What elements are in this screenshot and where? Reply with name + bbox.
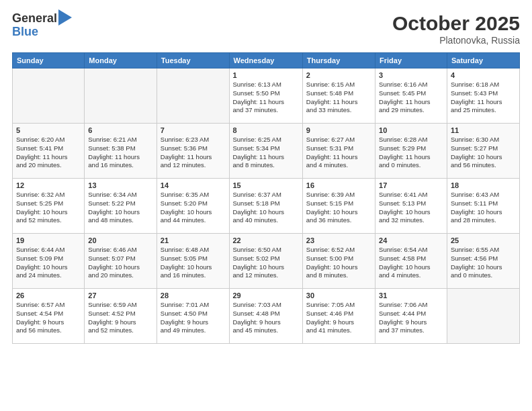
day-info: Sunrise: 6:54 AM Sunset: 4:58 PM Dayligh… (379, 246, 443, 280)
day-number: 13 (88, 181, 152, 189)
table-row (447, 289, 519, 344)
day-number: 7 (161, 126, 226, 134)
table-row: 25Sunrise: 6:55 AM Sunset: 4:56 PM Dayli… (447, 234, 519, 289)
day-info: Sunrise: 6:16 AM Sunset: 5:45 PM Dayligh… (379, 81, 443, 115)
day-info: Sunrise: 6:46 AM Sunset: 5:07 PM Dayligh… (88, 246, 152, 280)
table-row: 6Sunrise: 6:21 AM Sunset: 5:38 PM Daylig… (85, 124, 157, 179)
table-row: 24Sunrise: 6:54 AM Sunset: 4:58 PM Dayli… (375, 234, 447, 289)
page-container: General Blue October 2025 Platonovka, Ru… (0, 0, 532, 411)
table-row: 12Sunrise: 6:32 AM Sunset: 5:25 PM Dayli… (13, 179, 85, 234)
day-number: 9 (306, 126, 371, 134)
day-info: Sunrise: 6:32 AM Sunset: 5:25 PM Dayligh… (16, 191, 81, 225)
day-info: Sunrise: 6:21 AM Sunset: 5:38 PM Dayligh… (88, 136, 152, 170)
header: General Blue October 2025 Platonovka, Ru… (12, 12, 520, 46)
day-number: 22 (233, 236, 299, 244)
day-info: Sunrise: 6:20 AM Sunset: 5:41 PM Dayligh… (16, 136, 81, 170)
day-number: 2 (306, 71, 371, 79)
day-number: 14 (161, 181, 226, 189)
col-wednesday: Wednesday (229, 53, 302, 68)
day-number: 3 (379, 71, 443, 79)
day-number: 5 (16, 126, 81, 134)
day-info: Sunrise: 6:59 AM Sunset: 4:52 PM Dayligh… (88, 301, 152, 335)
day-info: Sunrise: 6:41 AM Sunset: 5:13 PM Dayligh… (379, 191, 443, 225)
table-row: 29Sunrise: 7:03 AM Sunset: 4:48 PM Dayli… (229, 289, 302, 344)
day-info: Sunrise: 6:23 AM Sunset: 5:36 PM Dayligh… (161, 136, 226, 170)
col-tuesday: Tuesday (157, 53, 229, 68)
month-title: October 2025 (392, 12, 520, 35)
title-section: October 2025 Platonovka, Russia (392, 12, 520, 46)
day-info: Sunrise: 6:13 AM Sunset: 5:50 PM Dayligh… (233, 81, 299, 115)
day-number: 8 (233, 126, 299, 134)
table-row: 26Sunrise: 6:57 AM Sunset: 4:54 PM Dayli… (13, 289, 85, 344)
day-info: Sunrise: 6:37 AM Sunset: 5:18 PM Dayligh… (233, 191, 299, 225)
calendar-header-row: Sunday Monday Tuesday Wednesday Thursday… (13, 53, 520, 68)
col-saturday: Saturday (447, 53, 519, 68)
day-info: Sunrise: 6:50 AM Sunset: 5:02 PM Dayligh… (233, 246, 299, 280)
col-monday: Monday (85, 53, 157, 68)
table-row: 4Sunrise: 6:18 AM Sunset: 5:43 PM Daylig… (447, 68, 519, 124)
table-row: 16Sunrise: 6:39 AM Sunset: 5:15 PM Dayli… (302, 179, 375, 234)
day-number: 15 (233, 181, 299, 189)
day-number: 31 (379, 291, 443, 300)
day-number: 23 (306, 236, 371, 244)
location: Platonovka, Russia (392, 35, 520, 46)
table-row: 23Sunrise: 6:52 AM Sunset: 5:00 PM Dayli… (302, 234, 375, 289)
col-friday: Friday (375, 53, 447, 68)
logo: General Blue (12, 12, 72, 39)
table-row: 9Sunrise: 6:27 AM Sunset: 5:31 PM Daylig… (302, 124, 375, 179)
day-info: Sunrise: 7:01 AM Sunset: 4:50 PM Dayligh… (161, 301, 226, 335)
day-number: 30 (306, 291, 371, 300)
day-number: 1 (233, 71, 299, 79)
day-info: Sunrise: 6:18 AM Sunset: 5:43 PM Dayligh… (451, 81, 516, 115)
table-row: 14Sunrise: 6:35 AM Sunset: 5:20 PM Dayli… (157, 179, 229, 234)
day-info: Sunrise: 6:57 AM Sunset: 4:54 PM Dayligh… (16, 301, 81, 335)
calendar-week-row: 26Sunrise: 6:57 AM Sunset: 4:54 PM Dayli… (13, 289, 520, 344)
table-row: 30Sunrise: 7:05 AM Sunset: 4:46 PM Dayli… (302, 289, 375, 344)
day-number: 24 (379, 236, 443, 244)
day-info: Sunrise: 6:44 AM Sunset: 5:09 PM Dayligh… (16, 246, 81, 280)
table-row: 20Sunrise: 6:46 AM Sunset: 5:07 PM Dayli… (85, 234, 157, 289)
table-row: 7Sunrise: 6:23 AM Sunset: 5:36 PM Daylig… (157, 124, 229, 179)
day-number: 25 (451, 236, 516, 244)
table-row: 22Sunrise: 6:50 AM Sunset: 5:02 PM Dayli… (229, 234, 302, 289)
day-info: Sunrise: 6:25 AM Sunset: 5:34 PM Dayligh… (233, 136, 299, 170)
day-number: 20 (88, 236, 152, 244)
day-info: Sunrise: 6:30 AM Sunset: 5:27 PM Dayligh… (451, 136, 516, 170)
day-info: Sunrise: 6:28 AM Sunset: 5:29 PM Dayligh… (379, 136, 443, 170)
table-row: 11Sunrise: 6:30 AM Sunset: 5:27 PM Dayli… (447, 124, 519, 179)
day-number: 18 (451, 181, 516, 189)
table-row: 27Sunrise: 6:59 AM Sunset: 4:52 PM Dayli… (85, 289, 157, 344)
day-number: 21 (161, 236, 226, 244)
calendar-week-row: 1Sunrise: 6:13 AM Sunset: 5:50 PM Daylig… (13, 68, 520, 124)
day-number: 19 (16, 236, 81, 244)
day-info: Sunrise: 6:43 AM Sunset: 5:11 PM Dayligh… (451, 191, 516, 225)
table-row: 3Sunrise: 6:16 AM Sunset: 5:45 PM Daylig… (375, 68, 447, 124)
table-row: 5Sunrise: 6:20 AM Sunset: 5:41 PM Daylig… (13, 124, 85, 179)
day-info: Sunrise: 6:34 AM Sunset: 5:22 PM Dayligh… (88, 191, 152, 225)
day-number: 4 (451, 71, 516, 79)
col-thursday: Thursday (302, 53, 375, 68)
table-row: 28Sunrise: 7:01 AM Sunset: 4:50 PM Dayli… (157, 289, 229, 344)
table-row: 8Sunrise: 6:25 AM Sunset: 5:34 PM Daylig… (229, 124, 302, 179)
table-row: 2Sunrise: 6:15 AM Sunset: 5:48 PM Daylig… (302, 68, 375, 124)
table-row: 31Sunrise: 7:06 AM Sunset: 4:44 PM Dayli… (375, 289, 447, 344)
table-row: 18Sunrise: 6:43 AM Sunset: 5:11 PM Dayli… (447, 179, 519, 234)
day-number: 6 (88, 126, 152, 134)
day-number: 27 (88, 291, 152, 300)
calendar-week-row: 19Sunrise: 6:44 AM Sunset: 5:09 PM Dayli… (13, 234, 520, 289)
day-number: 29 (233, 291, 299, 300)
day-info: Sunrise: 6:52 AM Sunset: 5:00 PM Dayligh… (306, 246, 371, 280)
table-row: 10Sunrise: 6:28 AM Sunset: 5:29 PM Dayli… (375, 124, 447, 179)
day-number: 12 (16, 181, 81, 189)
day-info: Sunrise: 6:35 AM Sunset: 5:20 PM Dayligh… (161, 191, 226, 225)
calendar-week-row: 12Sunrise: 6:32 AM Sunset: 5:25 PM Dayli… (13, 179, 520, 234)
day-number: 11 (451, 126, 516, 134)
day-info: Sunrise: 6:15 AM Sunset: 5:48 PM Dayligh… (306, 81, 371, 115)
day-number: 10 (379, 126, 443, 134)
day-number: 16 (306, 181, 371, 189)
table-row: 1Sunrise: 6:13 AM Sunset: 5:50 PM Daylig… (229, 68, 302, 124)
day-number: 28 (161, 291, 226, 300)
col-sunday: Sunday (13, 53, 85, 68)
table-row (13, 68, 85, 124)
day-info: Sunrise: 7:06 AM Sunset: 4:44 PM Dayligh… (379, 301, 443, 335)
